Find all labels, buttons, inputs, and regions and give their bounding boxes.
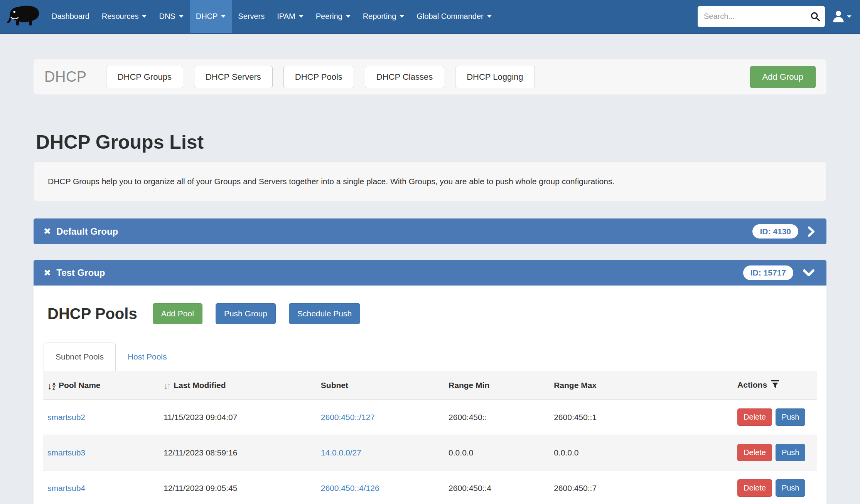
chevron-down-icon xyxy=(487,15,492,18)
nav-item-servers[interactable]: Servers xyxy=(232,0,271,33)
range-min-cell: 0.0.0.0 xyxy=(444,435,549,470)
group-header-default[interactable]: ✖ Default Group ID: 4130 xyxy=(34,218,826,244)
pools-title: DHCP Pools xyxy=(47,305,137,323)
last-modified-cell: 12/11/2023 09:05:45 xyxy=(159,470,316,504)
close-icon[interactable]: ✖ xyxy=(44,227,51,236)
group-id-badge: ID: 4130 xyxy=(752,224,798,239)
range-max-cell: 0.0.0.0 xyxy=(549,435,733,470)
dhcp-servers-button[interactable]: DHCP Servers xyxy=(194,66,273,88)
range-min-cell: 2600:450::4 xyxy=(444,470,549,504)
nav-item-reporting[interactable]: Reporting xyxy=(357,0,411,33)
mammoth-logo-icon xyxy=(6,5,42,29)
add-pool-button[interactable]: Add Pool xyxy=(153,303,202,324)
subnav-title: DHCP xyxy=(44,69,87,85)
chevron-down-icon xyxy=(179,15,184,18)
last-modified-cell: 12/11/2023 08:59:16 xyxy=(159,435,316,470)
group-card-test: ✖ Test Group ID: 15717 DHCP Pools Add Po… xyxy=(34,260,826,504)
nav-item-dashboard[interactable]: Dashboard xyxy=(46,0,96,33)
dhcp-classes-button[interactable]: DHCP Classes xyxy=(365,66,444,88)
group-header-test[interactable]: ✖ Test Group ID: 15717 xyxy=(34,260,826,286)
chevron-right-icon[interactable] xyxy=(808,226,815,237)
page-description-panel: DHCP Groups help you to organize all of … xyxy=(34,161,826,201)
delete-button[interactable]: Delete xyxy=(737,479,772,497)
pool-name-link[interactable]: smartsub2 xyxy=(47,413,85,422)
table-row: smartsub4 12/11/2023 09:05:45 2600:450::… xyxy=(43,470,817,504)
delete-button[interactable]: Delete xyxy=(737,444,772,461)
pools-header: DHCP Pools Add Pool Push Group Schedule … xyxy=(47,286,817,324)
pool-name-link[interactable]: smartsub4 xyxy=(47,484,85,492)
col-header-range-min: Range Min xyxy=(444,371,549,400)
table-row: smartsub2 11/15/2023 09:04:07 2600:450::… xyxy=(43,400,817,435)
last-modified-cell: 11/15/2023 09:04:07 xyxy=(159,400,316,435)
search-button[interactable] xyxy=(805,6,825,27)
chevron-down-icon xyxy=(221,15,226,18)
group-name: Test Group xyxy=(56,267,105,278)
subnet-link[interactable]: 14.0.0.0/27 xyxy=(321,448,361,457)
top-navbar: Dashboard Resources DNS DHCP Servers IPA… xyxy=(0,0,860,34)
group-name: Default Group xyxy=(56,226,118,237)
range-min-cell: 2600:450:: xyxy=(444,400,549,435)
nav-item-ipam[interactable]: IPAM xyxy=(271,0,309,33)
chevron-down-icon[interactable] xyxy=(803,269,815,277)
chevron-down-icon xyxy=(299,15,304,18)
table-row: smartsub3 12/11/2023 08:59:16 14.0.0.0/2… xyxy=(43,435,817,470)
nav-item-global-commander[interactable]: Global Commander xyxy=(410,0,497,33)
main-menu: Dashboard Resources DNS DHCP Servers IPA… xyxy=(46,0,498,33)
nav-item-peering[interactable]: Peering xyxy=(310,0,357,33)
subnet-pools-table: ↓AZPool Name ↓↑Last Modified Subnet Rang… xyxy=(43,371,817,504)
chevron-down-icon xyxy=(847,15,852,18)
col-header-last-modified: ↓↑Last Modified xyxy=(159,371,316,400)
tab-subnet-pools[interactable]: Subnet Pools xyxy=(44,343,116,371)
range-max-cell: 2600:450::1 xyxy=(549,400,733,435)
sort-icon[interactable]: ↓↑ xyxy=(164,382,171,390)
delete-button[interactable]: Delete xyxy=(737,408,772,426)
dhcp-pools-button[interactable]: DHCP Pools xyxy=(283,66,354,88)
page-title: DHCP Groups List xyxy=(36,131,826,153)
dhcp-subnav: DHCP DHCP Groups DHCP Servers DHCP Pools… xyxy=(34,59,826,94)
page-description: DHCP Groups help you to organize all of … xyxy=(48,177,614,186)
schedule-push-button[interactable]: Schedule Push xyxy=(289,303,360,324)
dhcp-logging-button[interactable]: DHCP Logging xyxy=(455,66,535,88)
group-id-badge: ID: 15717 xyxy=(743,265,793,280)
search-group xyxy=(698,6,825,27)
user-menu[interactable] xyxy=(833,10,852,23)
pools-tabs: Subnet Pools Host Pools xyxy=(43,343,817,371)
push-button[interactable]: Push xyxy=(776,408,806,426)
push-button[interactable]: Push xyxy=(776,479,806,497)
user-icon xyxy=(833,10,844,23)
sort-alpha-icon[interactable]: ↓AZ xyxy=(47,382,56,390)
subnet-link[interactable]: 2600:450::/127 xyxy=(321,413,375,422)
subnet-link[interactable]: 2600:450::4/126 xyxy=(321,484,379,492)
add-group-button[interactable]: Add Group xyxy=(750,66,816,88)
range-max-cell: 2600:450::7 xyxy=(549,470,733,504)
chevron-down-icon xyxy=(346,15,351,18)
chevron-down-icon xyxy=(142,15,147,18)
brand-logo[interactable] xyxy=(0,0,46,33)
table-header-row: ↓AZPool Name ↓↑Last Modified Subnet Rang… xyxy=(43,371,817,400)
filter-icon[interactable] xyxy=(771,381,779,390)
close-icon[interactable]: ✖ xyxy=(44,269,51,277)
push-button[interactable]: Push xyxy=(776,444,806,461)
nav-item-dhcp[interactable]: DHCP xyxy=(190,0,232,33)
pool-name-link[interactable]: smartsub3 xyxy=(47,448,85,457)
col-header-subnet: Subnet xyxy=(316,371,444,400)
nav-item-resources[interactable]: Resources xyxy=(96,0,153,33)
col-header-actions: Actions xyxy=(733,371,817,400)
search-input[interactable] xyxy=(698,6,805,27)
col-header-pool-name: ↓AZPool Name xyxy=(43,371,159,400)
push-group-button[interactable]: Push Group xyxy=(216,303,276,324)
search-icon xyxy=(810,11,821,22)
tab-host-pools[interactable]: Host Pools xyxy=(116,343,179,371)
dhcp-groups-button[interactable]: DHCP Groups xyxy=(106,66,183,88)
col-header-range-max: Range Max xyxy=(549,371,733,400)
nav-item-dns[interactable]: DNS xyxy=(153,0,189,33)
chevron-down-icon xyxy=(400,15,404,18)
